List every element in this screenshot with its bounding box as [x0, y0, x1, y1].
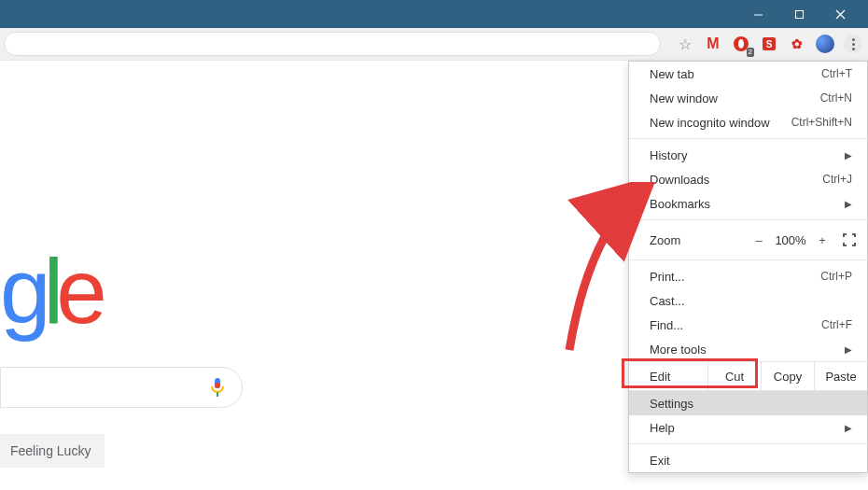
zoom-out-button[interactable]: –: [748, 233, 770, 247]
opera-extension-icon[interactable]: [732, 35, 750, 53]
menu-edit-row: Edit Cut Copy Paste: [629, 361, 867, 391]
profile-avatar[interactable]: [816, 35, 834, 53]
svg-rect-1: [795, 10, 803, 18]
paste-button[interactable]: Paste: [815, 362, 867, 390]
copy-button[interactable]: Copy: [762, 362, 815, 390]
chrome-window: ☆ M S ✿ gle Feeling L: [0, 0, 868, 490]
chevron-right-icon: ▶: [845, 344, 852, 355]
voice-search-icon[interactable]: [210, 377, 225, 398]
menu-new-tab[interactable]: New tabCtrl+T: [629, 62, 867, 86]
menu-zoom-row: Zoom – 100% +: [629, 224, 867, 256]
menu-more-tools[interactable]: More tools▶: [629, 337, 867, 361]
menu-settings[interactable]: Settings: [629, 391, 867, 415]
menu-incognito[interactable]: New incognito windowCtrl+Shift+N: [629, 110, 867, 134]
svg-rect-5: [215, 383, 220, 388]
zoom-label: Zoom: [650, 233, 748, 247]
menu-separator: [629, 219, 867, 220]
menu-help[interactable]: Help▶: [629, 415, 867, 440]
menu-find[interactable]: Find...Ctrl+F: [629, 313, 867, 337]
chevron-right-icon: ▶: [845, 199, 852, 209]
chrome-menu-button[interactable]: [844, 35, 862, 53]
chrome-main-menu: New tabCtrl+T New windowCtrl+N New incog…: [628, 61, 868, 473]
edit-label: Edit: [629, 362, 708, 390]
google-logo: gle: [0, 245, 100, 337]
page-content: gle Feeling Lucky New tabCtrl+T New wind…: [0, 60, 868, 490]
zoom-percent: 100%: [770, 233, 811, 247]
menu-exit[interactable]: Exit: [629, 448, 867, 472]
gmail-extension-icon[interactable]: M: [704, 35, 722, 53]
menu-separator: [629, 138, 867, 139]
google-search-box[interactable]: [0, 367, 243, 408]
skype-extension-icon[interactable]: S: [760, 35, 778, 53]
maximize-button[interactable]: [778, 0, 819, 28]
menu-history[interactable]: History▶: [629, 143, 867, 167]
chevron-right-icon: ▶: [845, 423, 852, 433]
menu-print[interactable]: Print...Ctrl+P: [629, 264, 867, 288]
bookmark-star-icon[interactable]: ☆: [676, 35, 694, 53]
menu-separator: [629, 259, 867, 260]
browser-toolbar: ☆ M S ✿: [0, 28, 868, 61]
menu-cast[interactable]: Cast...: [629, 288, 867, 313]
chevron-right-icon: ▶: [845, 150, 852, 161]
feeling-lucky-button[interactable]: Feeling Lucky: [0, 434, 105, 468]
menu-downloads[interactable]: DownloadsCtrl+J: [629, 167, 867, 191]
menu-separator: [629, 443, 867, 444]
cut-button[interactable]: Cut: [708, 362, 762, 390]
extension-icon[interactable]: ✿: [788, 35, 806, 53]
close-button[interactable]: [819, 0, 861, 28]
fullscreen-icon[interactable]: [843, 233, 856, 246]
menu-bookmarks[interactable]: Bookmarks▶: [629, 191, 867, 216]
window-titlebar: [0, 0, 868, 28]
address-bar[interactable]: [4, 32, 661, 56]
zoom-in-button[interactable]: +: [811, 233, 833, 247]
menu-new-window[interactable]: New windowCtrl+N: [629, 86, 867, 110]
minimize-button[interactable]: [737, 0, 778, 28]
